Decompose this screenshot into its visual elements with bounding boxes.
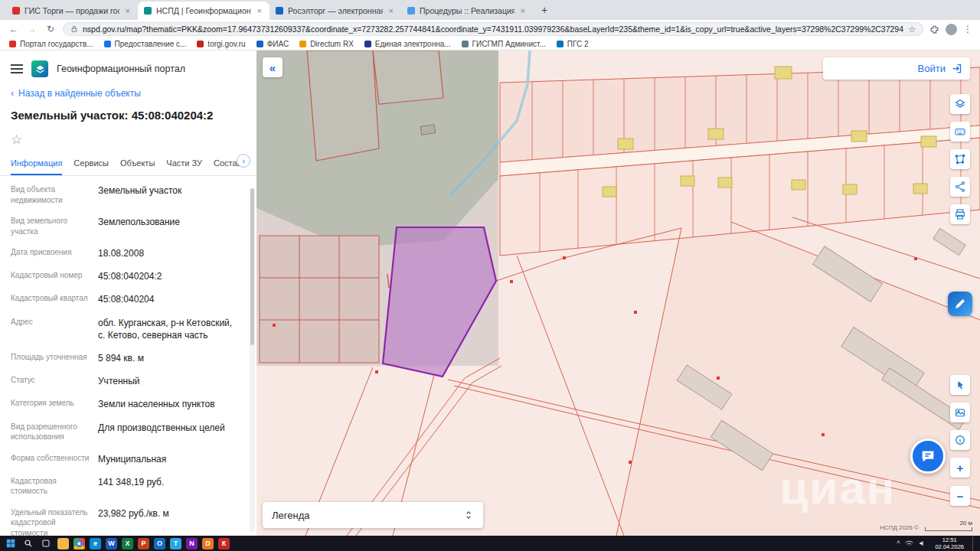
chat-button[interactable] <box>910 439 946 474</box>
map-canvas[interactable] <box>256 51 980 536</box>
attribute-row: Вид разрешенного использования Для произ… <box>11 416 238 448</box>
bookmark-item[interactable]: ПГС 2 <box>557 40 589 48</box>
start-button[interactable] <box>5 537 17 549</box>
tab-close-icon[interactable]: × <box>387 6 395 15</box>
attribute-label: Кадастровая стоимость <box>11 476 90 497</box>
panel-scrollbar[interactable] <box>250 188 255 533</box>
panorama-icon <box>954 406 966 419</box>
feedback-button[interactable] <box>950 430 970 450</box>
panel-tab[interactable]: Информация <box>11 158 62 175</box>
bookmark-item[interactable]: ГИСГМП Админист... <box>462 40 546 48</box>
show-desktop-button[interactable] <box>972 536 975 551</box>
attribute-value: обл. Курганская, р-н Кетовский, с. Кетов… <box>98 317 238 341</box>
draw-tool-button[interactable] <box>948 292 972 316</box>
layers-button[interactable] <box>950 94 970 114</box>
task-view-button[interactable] <box>40 537 52 549</box>
attribute-list: Вид объекта недвижимости Земельный участ… <box>0 176 256 536</box>
zoom-out-button[interactable]: − <box>950 486 970 506</box>
panel-header: Геоинформационный портал <box>0 51 256 82</box>
legend-bar[interactable]: Легенда <box>263 502 483 528</box>
taskbar-app-icon[interactable]: e <box>90 538 101 549</box>
browser-tab[interactable]: Процедуры :: Реализация госи... × <box>401 2 533 20</box>
panel-tab[interactable]: Сервисы <box>74 158 109 175</box>
tabs-next-button[interactable]: › <box>237 154 250 168</box>
taskbar-app-icon[interactable]: T <box>170 538 181 549</box>
taskbar-app-icon[interactable]: N <box>186 538 198 549</box>
volume-icon[interactable] <box>919 540 926 547</box>
panorama-button[interactable] <box>950 403 970 422</box>
taskbar-app-icon[interactable]: D <box>202 538 214 549</box>
browser-toolbar: ← → ↻ nspd.gov.ru/map?thematic=PKK&zoom=… <box>0 20 980 38</box>
bookmark-item[interactable]: Предоставление с... <box>104 40 187 48</box>
taskbar-app-icon[interactable]: X <box>122 538 133 549</box>
bookmark-item[interactable]: Портал государств... <box>9 40 93 48</box>
nspd-logo <box>31 60 48 77</box>
panel-collapse-button[interactable]: « <box>263 57 283 77</box>
attribute-row: Удельный показатель кадастровой стоимост… <box>11 502 238 536</box>
map-attribution: НСПД 2026 © 20 м <box>880 520 972 531</box>
attribute-label: Удельный показатель кадастровой стоимост… <box>11 507 90 536</box>
zoom-in-button[interactable]: + <box>950 458 970 478</box>
extensions-icon[interactable] <box>929 24 939 34</box>
print-button[interactable] <box>950 204 970 224</box>
forward-button[interactable]: → <box>26 24 38 34</box>
share-button[interactable] <box>950 177 970 197</box>
copyright-text: НСПД 2026 © <box>880 524 919 531</box>
tab-favicon-icon <box>407 7 415 15</box>
bookmark-label: ПГС 2 <box>567 40 589 48</box>
back-button[interactable]: ← <box>8 24 20 34</box>
scale-bar <box>925 527 972 531</box>
cursor-tool-button[interactable] <box>950 375 970 395</box>
address-bar[interactable]: nspd.gov.ru/map?thematic=PKK&zoom=17.964… <box>63 22 923 36</box>
measure-button[interactable] <box>950 149 970 169</box>
attribute-row: Вид объекта недвижимости Земельный участ… <box>11 179 238 210</box>
bookmark-item[interactable]: Directum RX <box>299 40 354 48</box>
taskbar-app-icon[interactable] <box>57 538 69 549</box>
taskbar-clock[interactable]: 12:51 02.04.2026 <box>932 536 967 550</box>
attribute-value: 141 348,19 руб. <box>98 476 238 497</box>
system-tray: ^ 12:51 02.04.2026 <box>897 536 975 551</box>
new-tab-button[interactable]: + <box>536 2 553 18</box>
tab-title: Росэлторг — электронная торг... <box>288 6 383 15</box>
keyboard-button[interactable] <box>950 122 970 142</box>
network-icon[interactable] <box>905 540 913 547</box>
reload-button[interactable]: ↻ <box>44 24 57 34</box>
taskbar-apps: e W X P O T N D К <box>57 538 230 549</box>
bookmark-item[interactable]: ФИАС <box>256 40 289 48</box>
tab-close-icon[interactable]: × <box>256 6 263 15</box>
taskbar-app-icon[interactable]: W <box>106 538 117 549</box>
panel-tab[interactable]: Объекты <box>120 158 155 175</box>
browser-tab[interactable]: Росэлторг — электронная торг... × <box>270 2 401 20</box>
attribute-label: Кадастровый квартал <box>11 293 90 305</box>
bookmark-item[interactable]: Единая электронна... <box>364 40 451 48</box>
browser-menu-icon[interactable]: ⋮ <box>963 24 972 34</box>
bookmark-star-icon[interactable]: ☆ <box>908 24 916 34</box>
print-icon <box>954 208 966 220</box>
attribute-label: Вид земельного участка <box>11 216 90 236</box>
back-to-results-link[interactable]: ‹ Назад в найденные объекты <box>0 82 256 100</box>
hamburger-menu-icon[interactable] <box>11 64 23 73</box>
profile-avatar[interactable] <box>946 24 957 35</box>
taskbar-app-icon[interactable] <box>74 538 85 549</box>
tab-title: ГИС Торги — продажи государ... <box>24 6 119 15</box>
taskbar-app-icon[interactable]: O <box>154 538 165 549</box>
taskbar-search-button[interactable] <box>22 537 34 549</box>
tray-expand-icon[interactable]: ^ <box>897 540 900 547</box>
bookmark-label: ФИАС <box>267 40 289 48</box>
scrollbar-thumb[interactable] <box>250 188 254 345</box>
panel-tab[interactable]: Части ЗУ <box>166 158 202 175</box>
bookmark-label: torgi.gov.ru <box>207 40 245 48</box>
taskbar-app-icon[interactable]: К <box>218 538 230 549</box>
tab-favicon-icon <box>12 7 20 15</box>
taskbar-app-icon[interactable]: P <box>138 538 149 549</box>
favorite-star-icon[interactable]: ☆ <box>11 132 22 147</box>
chat-icon <box>920 448 936 465</box>
browser-tab[interactable]: ГИС Торги — продажи государ... × <box>6 2 138 20</box>
browser-tab[interactable]: НСПД | Геоинформационный п... × <box>138 2 270 20</box>
tab-close-icon[interactable]: × <box>519 6 527 15</box>
login-button[interactable]: Войти <box>823 57 970 80</box>
bookmark-item[interactable]: torgi.gov.ru <box>197 40 245 48</box>
taskbar: e W X P O T N D К ^ 12:51 <box>0 536 980 551</box>
tab-strip: ГИС Торги — продажи государ... × НСПД | … <box>0 0 980 20</box>
tab-close-icon[interactable]: × <box>124 6 132 15</box>
